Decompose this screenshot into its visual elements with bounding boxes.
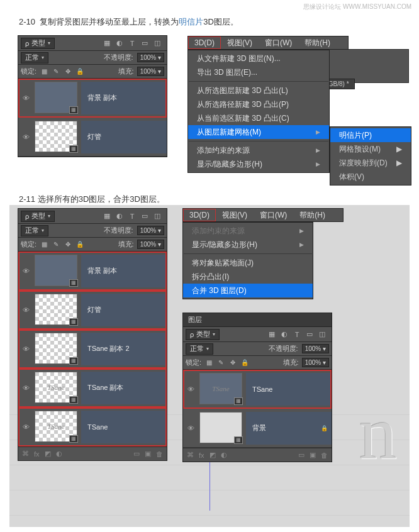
- layers-panel-2: ρ 类型 ▾ ▦ ◐ T ▭ ◫ 正常 ▾ 不透明度: 100% ▾ 锁定: ▦…: [18, 208, 167, 461]
- mi-show-hide-poly[interactable]: 显示/隐藏多边形(H)▶: [183, 238, 313, 252]
- visibility-icon[interactable]: 👁: [18, 384, 33, 392]
- opacity-value[interactable]: 100% ▾: [137, 53, 164, 62]
- mask-icon[interactable]: ◩: [45, 450, 51, 458]
- layer-name: TSane: [81, 411, 167, 443]
- lock-row: 锁定: ▦ ✎ ✥ 🔒 填充: 100% ▾: [18, 65, 167, 79]
- layer-name: TSane: [246, 373, 332, 406]
- visibility-icon[interactable]: 👁: [183, 385, 198, 393]
- menu-window[interactable]: 窗口(W): [254, 209, 293, 221]
- smi-mesh-preset[interactable]: 网格预设(M)▶: [330, 142, 411, 156]
- layer-row[interactable]: 👁TSane▦TSane: [183, 370, 332, 409]
- mi-extrude-path[interactable]: 从所选路径新建 3D 凸出(P): [188, 97, 329, 111]
- blend-row: 正常 ▾ 不透明度: 100% ▾: [18, 51, 167, 65]
- watermark: 思缘设计论坛 WWW.MISSYUAN.COM: [303, 3, 411, 11]
- smi-depth-map[interactable]: 深度映射到(D)▶: [330, 156, 411, 170]
- layer-row[interactable]: 👁▦灯管: [18, 118, 167, 157]
- new-layer-icon[interactable]: ▣: [145, 450, 151, 458]
- menu-window[interactable]: 窗口(W): [259, 36, 298, 49]
- layer-row[interactable]: 👁▦TSane 副本 2: [18, 330, 167, 369]
- filter-adjust-icon[interactable]: ◐: [115, 212, 124, 221]
- opacity-value[interactable]: 100% ▾: [137, 226, 164, 235]
- menu-help[interactable]: 帮助(H): [293, 209, 332, 221]
- layer-row[interactable]: 👁TSane▦TSane 副本: [18, 369, 167, 407]
- group-icon[interactable]: ▭: [133, 450, 140, 458]
- mi-snap-ground[interactable]: 将对象贴紧地面(J): [183, 256, 313, 270]
- smi-volume: 体积(V): [330, 170, 411, 184]
- filter-shape-icon[interactable]: ▭: [140, 212, 149, 221]
- layers-panel-3: 图层 ρ 类型 ▾ ▦◐T▭◫ 正常 ▾ 不透明度: 100% ▾ 锁定: ▦✎…: [182, 313, 332, 462]
- filter-kind-dropdown[interactable]: ρ 类型 ▾: [21, 38, 55, 49]
- visibility-icon[interactable]: 👁: [18, 133, 33, 141]
- filter-kind-dropdown[interactable]: ρ 类型 ▾: [21, 211, 55, 222]
- filter-kind-dropdown[interactable]: ρ 类型 ▾: [186, 329, 220, 340]
- mi-add-constraint[interactable]: 添加约束的来源▶: [188, 143, 329, 157]
- filter-smart-icon[interactable]: ◫: [153, 212, 162, 221]
- layer-row[interactable]: 👁TSane▦TSane: [18, 407, 167, 446]
- blend-mode-dropdown[interactable]: 正常 ▾: [21, 52, 48, 64]
- lock-all-icon[interactable]: 🔒: [75, 67, 84, 76]
- filter-smart-icon[interactable]: ◫: [153, 39, 162, 48]
- submenu-mesh: 明信片(P) 网格预设(M)▶ 深度映射到(D)▶ 体积(V): [330, 126, 411, 186]
- layer-row[interactable]: 👁▦灯管: [18, 291, 167, 330]
- link-icon[interactable]: ⌘: [22, 450, 29, 458]
- filter-adjust-icon[interactable]: ◐: [115, 39, 124, 48]
- menu-3d-dropdown-1: 从文件新建 3D 图层(N)... 导出 3D 图层(E)... 从所选图层新建…: [187, 50, 330, 173]
- menubar-2: 3D(D) 视图(V) 窗口(W) 帮助(H): [182, 208, 344, 222]
- visibility-icon[interactable]: 👁: [18, 345, 33, 353]
- menu-3d-dropdown-2: 添加约束的来源▶ 显示/隐藏多边形(H)▶ 将对象贴紧地面(J) 拆分凸出(I)…: [182, 222, 313, 299]
- layer-name: TSane 副本: [81, 372, 167, 404]
- layer-row[interactable]: 👁▦背景🔒: [183, 409, 332, 448]
- layer-name: TSane 副本 2: [81, 333, 167, 365]
- layer-name: 灯管: [81, 121, 167, 153]
- menubar-1: 3D(D) 视图(V) 窗口(W) 帮助(H): [187, 36, 349, 50]
- instruction-2-11: 2-11 选择所有的3D图层，合并3D图层。: [19, 194, 419, 205]
- filter-type-icon[interactable]: T: [128, 212, 137, 221]
- layer-list: 👁▦背景 副本👁▦灯管: [18, 79, 167, 157]
- visibility-icon[interactable]: 👁: [18, 423, 33, 431]
- layers-panel-1: ρ 类型 ▾ ▦ ◐ T ▭ ◫ 正常 ▾ 不透明度: 100% ▾ 锁定: ▦…: [18, 35, 167, 157]
- fx-icon[interactable]: fx: [34, 450, 40, 458]
- menu-help[interactable]: 帮助(H): [298, 36, 337, 49]
- lock-paint-icon[interactable]: ✎: [52, 67, 60, 76]
- instruction-2-10: 2-10 复制背景图层并移动至最上层，转换为明信片3D图层。: [19, 16, 419, 28]
- fill-value[interactable]: 100% ▾: [137, 240, 164, 249]
- visibility-icon[interactable]: 👁: [18, 306, 33, 314]
- menu-view[interactable]: 视图(V): [221, 36, 259, 49]
- layers-filter-row: ρ 类型 ▾ ▦ ◐ T ▭ ◫: [18, 36, 167, 51]
- mi-new-from-file[interactable]: 从文件新建 3D 图层(N)...: [188, 52, 329, 65]
- layer-name: 灯管: [81, 294, 167, 326]
- visibility-icon[interactable]: 👁: [183, 424, 198, 432]
- lock-trans-icon[interactable]: ▦: [40, 67, 48, 76]
- visibility-icon[interactable]: 👁: [18, 267, 33, 275]
- menu-view[interactable]: 视图(V): [216, 209, 254, 221]
- filter-type-icon[interactable]: T: [128, 39, 137, 48]
- layers-footer: ⌘ fx ◩ ◐ ▭ ▣ 🗑: [18, 446, 167, 460]
- adjust-icon[interactable]: ◐: [56, 450, 62, 458]
- mi-merge-3d-layers[interactable]: 合并 3D 图层(D): [183, 284, 313, 297]
- mi-mesh-from-layer[interactable]: 从图层新建网格(M)▶: [188, 125, 329, 139]
- mi-show-hide-poly[interactable]: 显示/隐藏多边形(H)▶: [188, 157, 329, 171]
- layer-name: 背景 副本: [81, 82, 167, 114]
- layer-row[interactable]: 👁▦背景 副本: [18, 252, 167, 291]
- mi-add-constraint: 添加约束的来源▶: [183, 224, 313, 238]
- mi-export-3d[interactable]: 导出 3D 图层(E)...: [188, 65, 329, 79]
- smi-postcard[interactable]: 明信片(P): [330, 128, 411, 142]
- layer-row[interactable]: 👁▦背景 副本: [18, 79, 167, 118]
- blend-mode-dropdown[interactable]: 正常 ▾: [21, 225, 48, 236]
- mi-extrude-selection[interactable]: 从当前选区新建 3D 凸出(C): [188, 111, 329, 125]
- lock-pos-icon[interactable]: ✥: [64, 67, 72, 76]
- panel-title: 图层: [183, 313, 332, 327]
- visibility-icon[interactable]: 👁: [18, 94, 33, 102]
- 3d-letter-n: n: [359, 390, 397, 477]
- layer-name: 背景 副本: [81, 255, 167, 287]
- trash-icon[interactable]: 🗑: [156, 450, 163, 458]
- menu-3d[interactable]: 3D(D): [183, 209, 216, 221]
- filter-pixel-icon[interactable]: ▦: [103, 212, 111, 221]
- blend-mode-dropdown[interactable]: 正常 ▾: [186, 343, 213, 355]
- mi-split-extrusion[interactable]: 拆分凸出(I): [183, 270, 313, 284]
- mi-extrude-layer[interactable]: 从所选图层新建 3D 凸出(L): [188, 84, 329, 97]
- menu-3d[interactable]: 3D(D): [188, 36, 221, 49]
- filter-pixel-icon[interactable]: ▦: [103, 39, 111, 48]
- fill-value[interactable]: 100% ▾: [137, 67, 164, 76]
- filter-shape-icon[interactable]: ▭: [140, 39, 149, 48]
